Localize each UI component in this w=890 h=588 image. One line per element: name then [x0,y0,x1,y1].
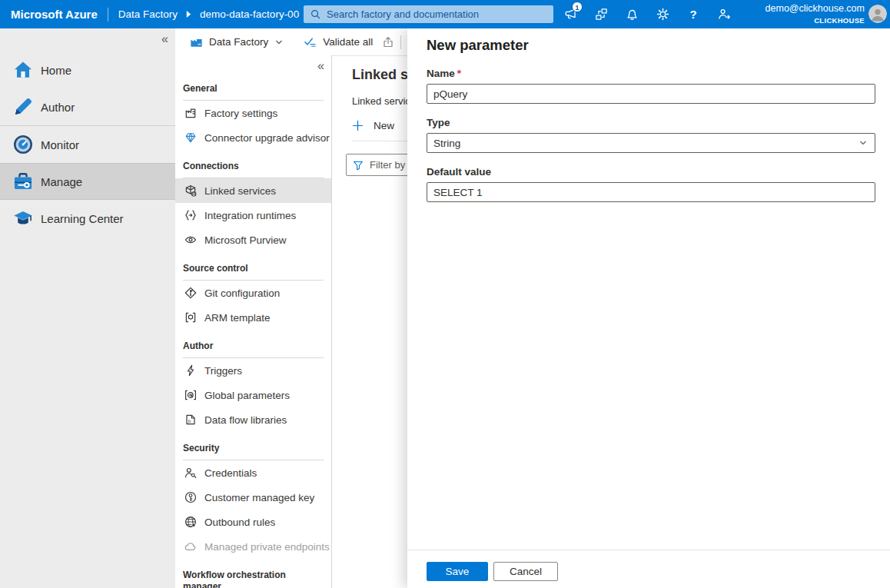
svg-text:fx: fx [188,419,191,424]
hub-section-title-workflow-orchestration-manager: Workflow orchestration manager [183,570,324,588]
outbound-rules-icon [184,516,197,528]
save-button[interactable]: Save [427,562,488,581]
home-icon [13,60,33,80]
hub-item-integration-runtimes[interactable]: Integration runtimes [175,203,331,228]
hub-item-label: Integration runtimes [204,210,296,221]
factory-switcher[interactable]: Data Factory [190,35,284,48]
author-icon [13,97,33,117]
hub-item-label: Microsoft Purview [204,234,287,246]
integration-runtimes-icon [184,209,197,221]
divider [400,35,401,49]
hub-item-customer-managed-key[interactable]: Customer managed key [175,485,331,510]
hub-item-data-flow-libraries[interactable]: fxData flow libraries [175,407,331,432]
feedback-icon[interactable] [709,0,739,28]
hub-item-label: Data flow libraries [204,414,287,426]
plus-icon [352,120,364,131]
name-input[interactable] [427,84,875,104]
hub-item-label: Global parameters [204,390,290,401]
new-parameter-panel: New parameter Name* Type String Default … [407,28,890,588]
hub-item-label: Managed private endpoints [204,541,330,553]
export-icon [382,36,394,48]
sidebar-item-label: Monitor [41,138,79,151]
hub-item-label: Outbound rules [204,517,275,528]
hub-item-connector-upgrade-advisor[interactable]: Connector upgrade advisor [175,125,331,150]
avatar[interactable] [868,5,887,23]
help-icon[interactable]: ? [678,0,709,28]
linked-services-icon [184,184,197,197]
validate-all-label: Validate all [323,36,373,48]
git-configuration-icon [184,287,197,299]
breadcrumb-factory-name: demo-data-factory-00 [200,8,299,20]
hub-section-source-control: Source controlGit configurationARM templ… [175,263,331,330]
collapse-left-sidebar-icon[interactable]: « [161,33,168,45]
export-button[interactable] [382,36,394,48]
hub-section-title-source-control: Source control [183,263,324,281]
validate-all-button[interactable]: Validate all [304,35,373,48]
notifications-bell-icon[interactable] [616,0,647,28]
sidebar-item-author[interactable]: Author [0,88,175,125]
sidebar-item-label: Manage [41,175,82,188]
breadcrumb-product[interactable]: Data Factory [118,8,178,20]
customer-managed-key-icon [184,491,197,503]
hub-item-label: Customer managed key [204,492,314,503]
switch-context-icon[interactable] [586,0,616,28]
hub-item-label: Triggers [204,365,242,377]
panel-title: New parameter [427,36,875,55]
search-input[interactable] [327,8,547,20]
hub-item-credentials[interactable]: Credentials [175,460,331,485]
manage-icon [13,171,33,191]
factory-settings-icon [184,107,197,119]
hub-section-title-connections: Connections [183,161,324,178]
cancel-button[interactable]: Cancel [493,562,558,581]
hub-section-connections: ConnectionsLinked servicesIntegration ru… [175,161,331,252]
hub-section-title-security: Security [183,443,324,460]
sidebar-item-home[interactable]: Home [0,51,175,88]
azure-brand[interactable]: Microsoft Azure [11,8,98,21]
collapse-hub-sidebar-icon[interactable]: « [317,60,324,72]
hub-item-triggers[interactable]: Triggers [175,358,331,383]
hub-section-title-author: Author [183,341,324,358]
hub-item-outbound-rules[interactable]: Outbound rules [175,510,331,534]
hub-item-factory-settings[interactable]: Factory settings [175,101,331,125]
hub-section-workflow-orchestration-manager: Workflow orchestration manager [175,570,331,588]
validate-all-icon [304,35,317,48]
topbar-icon-group: 1? [555,0,739,28]
type-select-value: String [433,138,460,149]
new-button[interactable]: New [352,120,394,131]
hub-item-label: Connector upgrade advisor [204,132,330,144]
settings-gear-icon[interactable] [647,0,678,28]
default-value-input[interactable] [427,182,875,202]
chevron-down-icon [858,138,868,148]
learning-center-icon [13,208,33,228]
hub-section-general: GeneralFactory settingsConnector upgrade… [175,83,331,150]
topbar: Microsoft Azure Data Factory demo-data-f… [0,0,890,28]
factory-switcher-label: Data Factory [209,36,268,48]
sidebar-item-monitor[interactable]: Monitor [0,126,175,163]
required-asterisk: * [457,67,461,80]
account-tenant: CLICKHOUSE [765,15,865,25]
monitor-icon [13,135,33,154]
account-info[interactable]: demo@clickhouse.com CLICKHOUSE [765,4,865,25]
breadcrumb-chevron-icon [185,10,192,18]
hub-item-managed-private-endpoints: Managed private endpoints [175,534,331,559]
hub-item-git-configuration[interactable]: Git configuration [175,281,331,305]
hub-item-microsoft-purview[interactable]: Microsoft Purview [175,228,331,252]
type-select[interactable]: String [427,133,875,153]
sidebar-item-label: Author [41,101,75,114]
hub-item-global-parameters[interactable]: Global parameters [175,383,331,407]
hub-sidebar: « GeneralFactory settingsConnector upgra… [175,55,332,588]
data-flow-libraries-icon: fx [184,414,197,426]
type-label: Type [427,116,875,129]
sidebar-item-learning-center[interactable]: Learning Center [0,200,175,237]
sidebar-item-manage[interactable]: Manage [0,163,175,200]
hub-item-label: Credentials [204,467,257,479]
hub-item-arm-template[interactable]: ARM template [175,305,331,330]
factory-search[interactable] [304,5,553,23]
sidebar-item-label: Learning Center [41,212,124,225]
hub-item-linked-services[interactable]: Linked services [175,178,331,203]
sidebar-item-label: Home [41,64,71,77]
announcements-icon[interactable]: 1 [555,0,586,28]
name-label: Name* [427,67,875,80]
notification-badge: 1 [572,2,583,12]
chevron-down-icon [274,38,284,47]
